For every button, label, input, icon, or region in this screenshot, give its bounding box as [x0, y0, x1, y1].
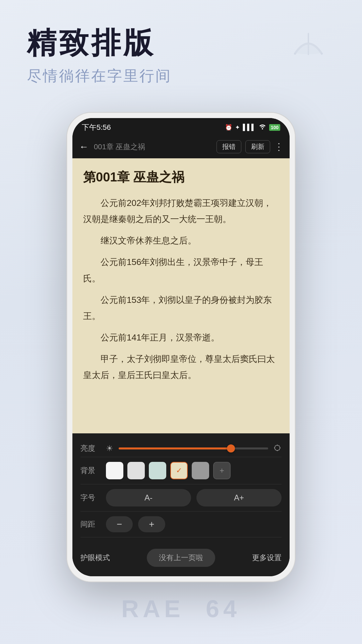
page-subtitle: 尽情徜徉在字里行间: [27, 66, 335, 86]
alarm-icon: ⏰: [225, 124, 232, 131]
book-icon: [288, 27, 328, 62]
content-paragraph: 甲子，太子刘彻即皇帝位，尊皇太后窦氏曰太皇太后，皇后王氏曰皇太后。: [83, 351, 279, 383]
brightness-label: 亮度: [80, 443, 101, 453]
signal-icon: ▌▌▌: [243, 124, 255, 131]
background-row: 背景 ✓ +: [80, 457, 282, 484]
swatch-add[interactable]: +: [213, 462, 231, 479]
swatch-check-icon: ✓: [176, 466, 182, 475]
status-bar: 下午5:56 ⏰ ✦ ▌▌▌ 100: [72, 118, 290, 136]
swatch-white[interactable]: [106, 462, 123, 479]
content-paragraph: 公元前153年，刘彻以皇子的身份被封为胶东王。: [83, 292, 279, 324]
wifi-icon: [258, 123, 266, 131]
font-size-row: 字号 A- A+: [80, 484, 282, 512]
sun-bright-icon: 🌣: [274, 444, 282, 453]
spacing-increase-button[interactable]: +: [138, 516, 165, 532]
content-paragraph: 公元前156年刘彻出生，汉景帝中子，母王氏。: [83, 254, 279, 286]
font-decrease-button[interactable]: A-: [106, 489, 191, 506]
spacing-label: 间距: [80, 519, 101, 529]
swatch-light-gray[interactable]: [127, 462, 145, 479]
font-label: 字号: [80, 493, 101, 503]
brightness-slider[interactable]: [119, 447, 268, 449]
eye-mode-button[interactable]: 护眼模式: [80, 553, 110, 563]
top-section: 精致排版 尽情徜徉在字里行间: [0, 0, 362, 99]
background-label: 背景: [80, 466, 101, 476]
brightness-thumb: [227, 444, 235, 452]
swatch-sepia[interactable]: ✓: [170, 462, 188, 479]
back-button[interactable]: ←: [79, 142, 88, 152]
swatch-plus-icon: +: [220, 466, 224, 475]
report-button[interactable]: 报错: [217, 140, 241, 153]
sun-dim-icon: ☀: [106, 444, 113, 453]
battery-icon: 100: [269, 124, 280, 131]
more-menu-icon[interactable]: ⋮: [274, 141, 283, 152]
app-bar: ← 001章 巫蛊之祸 报错 刷新 ⋮: [72, 136, 290, 158]
bottom-bar: 护眼模式 没有上一页啦 更多设置: [72, 544, 290, 576]
status-icons: ⏰ ✦ ▌▌▌ 100: [225, 123, 280, 131]
rae-label: RAE 64: [121, 595, 241, 623]
brightness-fill: [119, 447, 231, 449]
watermark-area: RAE 64: [121, 595, 241, 623]
phone-outer: 下午5:56 ⏰ ✦ ▌▌▌ 100 ← 001章 巫蛊之祸 报错: [67, 113, 295, 582]
brightness-row: 亮度 ☀ 🌣: [80, 440, 282, 457]
reading-content[interactable]: 第001章 巫蛊之祸 公元前202年刘邦打败楚霸王项羽建立汉朝，汉朝是继秦朝之后…: [72, 158, 290, 433]
chapter-heading: 第001章 巫蛊之祸: [83, 169, 279, 185]
phone-mockup: 下午5:56 ⏰ ✦ ▌▌▌ 100 ← 001章 巫蛊之祸 报错: [67, 113, 295, 582]
spacing-row: 间距 − +: [80, 512, 282, 537]
swatch-teal[interactable]: [149, 462, 166, 479]
font-increase-button[interactable]: A+: [196, 489, 282, 506]
refresh-button[interactable]: 刷新: [245, 140, 270, 153]
settings-panel: 亮度 ☀ 🌣 背景 ✓: [72, 433, 290, 544]
content-paragraph: 公元前141年正月，汉景帝逝。: [83, 329, 279, 345]
more-settings-button[interactable]: 更多设置: [252, 553, 282, 563]
content-paragraph: 继汉文帝休养生息之后。: [83, 232, 279, 249]
content-paragraph: 公元前202年刘邦打败楚霸王项羽建立汉朝，汉朝是继秦朝之后的又一大统一王朝。: [83, 195, 279, 227]
no-prev-button[interactable]: 没有上一页啦: [147, 549, 215, 567]
swatch-dark-gray[interactable]: [192, 462, 209, 479]
chapter-nav-title: 001章 巫蛊之祸: [94, 142, 213, 152]
paragraphs-container: 公元前202年刘邦打败楚霸王项羽建立汉朝，汉朝是继秦朝之后的又一大统一王朝。继汉…: [83, 195, 279, 383]
phone-inner: 下午5:56 ⏰ ✦ ▌▌▌ 100 ← 001章 巫蛊之祸 报错: [72, 118, 290, 576]
status-time: 下午5:56: [82, 122, 111, 132]
bluetooth-icon: ✦: [235, 124, 240, 131]
background-swatches: ✓ +: [106, 462, 282, 479]
spacing-decrease-button[interactable]: −: [106, 516, 133, 532]
